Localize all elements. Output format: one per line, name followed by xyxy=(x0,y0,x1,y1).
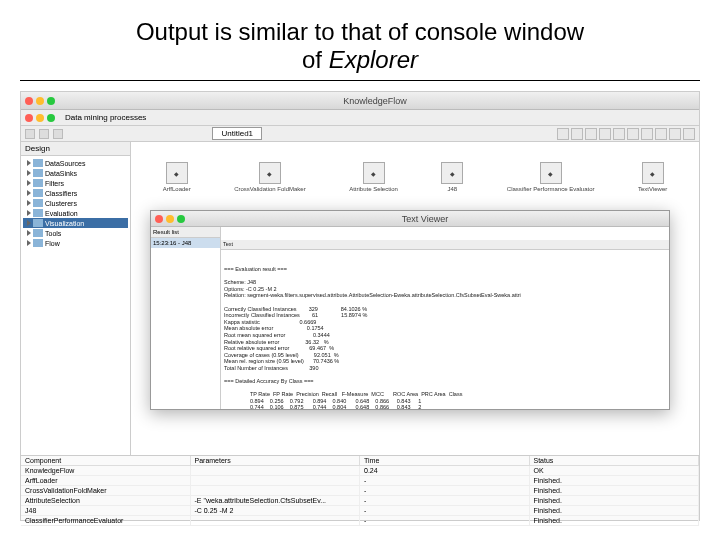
close-icon[interactable] xyxy=(25,97,33,105)
tool-icon[interactable] xyxy=(655,128,667,140)
chevron-right-icon xyxy=(27,180,31,186)
breadcrumb-bar: Data mining processes xyxy=(21,110,699,126)
node-icon: ◆ xyxy=(441,162,463,184)
folder-icon xyxy=(33,159,43,167)
tool-icon[interactable] xyxy=(557,128,569,140)
zoom-icon[interactable] xyxy=(47,114,55,122)
sidebar-item[interactable]: DataSources xyxy=(23,158,128,168)
result-body: === Evaluation result === Scheme: J48 Op… xyxy=(224,266,666,409)
tool-icon[interactable] xyxy=(613,128,625,140)
status-header: Component xyxy=(21,456,191,465)
flow-node[interactable]: ◆ArffLoader xyxy=(163,162,191,192)
sidebar: Design DataSourcesDataSinksFiltersClassi… xyxy=(21,142,131,470)
chevron-right-icon xyxy=(27,200,31,206)
node-icon: ◆ xyxy=(540,162,562,184)
window-title: KnowledgeFlow xyxy=(55,96,695,106)
node-icon: ◆ xyxy=(363,162,385,184)
design-tab[interactable]: Design xyxy=(21,142,130,156)
minimize-icon[interactable] xyxy=(36,97,44,105)
slide-title: Output is similar to that of console win… xyxy=(20,18,700,74)
tool-icon[interactable] xyxy=(585,128,597,140)
result-list: Result list 15:23:16 - J48 xyxy=(151,227,221,409)
tool-icon[interactable] xyxy=(627,128,639,140)
breadcrumb: Data mining processes xyxy=(65,113,146,122)
sidebar-item[interactable]: Flow xyxy=(23,238,128,248)
status-row: KnowledgeFlow0.24OK xyxy=(21,466,699,476)
chevron-right-icon xyxy=(27,210,31,216)
main-toolbar: Untitled1 xyxy=(21,126,699,142)
status-row: ArffLoader-Finished. xyxy=(21,476,699,486)
chevron-right-icon xyxy=(27,170,31,176)
window-title: Text Viewer xyxy=(185,214,665,224)
status-header: Status xyxy=(530,456,700,465)
close-icon[interactable] xyxy=(155,215,163,223)
status-header: Parameters xyxy=(191,456,361,465)
flow-node[interactable]: ◆J48 xyxy=(441,162,463,192)
status-row: CrossValidationFoldMaker-Finished. xyxy=(21,486,699,496)
tool-icon[interactable] xyxy=(669,128,681,140)
tool-icon[interactable] xyxy=(599,128,611,140)
minimize-icon[interactable] xyxy=(166,215,174,223)
node-icon: ◆ xyxy=(259,162,281,184)
toolbar-button[interactable] xyxy=(53,129,63,139)
status-row: ClassifierPerformanceEvaluator-Finished. xyxy=(21,516,699,526)
status-row: AttributeSelection-E "weka.attributeSele… xyxy=(21,496,699,506)
sidebar-item[interactable]: Classifiers xyxy=(23,188,128,198)
node-icon: ◆ xyxy=(642,162,664,184)
folder-icon xyxy=(33,219,43,227)
sidebar-item[interactable]: DataSinks xyxy=(23,168,128,178)
chevron-right-icon xyxy=(27,240,31,246)
folder-icon xyxy=(33,239,43,247)
minimize-icon[interactable] xyxy=(36,114,44,122)
zoom-icon[interactable] xyxy=(177,215,185,223)
close-icon[interactable] xyxy=(25,114,33,122)
node-icon: ◆ xyxy=(166,162,188,184)
result-list-header: Result list xyxy=(151,227,220,238)
sidebar-item[interactable]: Tools xyxy=(23,228,128,238)
folder-icon xyxy=(33,169,43,177)
flow-node[interactable]: ◆Attribute Selection xyxy=(349,162,398,192)
doc-dropdown[interactable]: Untitled1 xyxy=(212,127,262,140)
tool-icon[interactable] xyxy=(641,128,653,140)
sidebar-item[interactable]: Clusterers xyxy=(23,198,128,208)
toolbar-button[interactable] xyxy=(25,129,35,139)
status-header: Time xyxy=(360,456,530,465)
flow-node[interactable]: ◆TextViewer xyxy=(638,162,667,192)
folder-icon xyxy=(33,199,43,207)
folder-icon xyxy=(33,179,43,187)
chevron-right-icon xyxy=(27,160,31,166)
chevron-right-icon xyxy=(27,230,31,236)
status-row: J48-C 0.25 -M 2-Finished. xyxy=(21,506,699,516)
chevron-right-icon xyxy=(27,220,31,226)
text-viewer-window: Text Viewer Result list 15:23:16 - J48 T… xyxy=(150,210,670,410)
sidebar-item[interactable]: Visualization xyxy=(23,218,128,228)
chevron-right-icon xyxy=(27,190,31,196)
status-panel: ComponentParametersTimeStatus KnowledgeF… xyxy=(21,455,699,520)
folder-icon xyxy=(33,189,43,197)
titlebar: KnowledgeFlow xyxy=(21,92,699,110)
tool-icon[interactable] xyxy=(571,128,583,140)
zoom-icon[interactable] xyxy=(47,97,55,105)
flow-node[interactable]: ◆CrossValidation FoldMaker xyxy=(234,162,306,192)
divider xyxy=(20,80,700,81)
toolbar-button[interactable] xyxy=(39,129,49,139)
flow-node[interactable]: ◆Classifier Performance Evaluator xyxy=(507,162,595,192)
result-text: Text === Evaluation result === Scheme: J… xyxy=(221,227,669,409)
text-header: Text xyxy=(221,240,669,250)
sidebar-item[interactable]: Evaluation xyxy=(23,208,128,218)
folder-icon xyxy=(33,229,43,237)
folder-icon xyxy=(33,209,43,217)
tool-icon[interactable] xyxy=(683,128,695,140)
sidebar-item[interactable]: Filters xyxy=(23,178,128,188)
result-list-item[interactable]: 15:23:16 - J48 xyxy=(151,238,220,248)
